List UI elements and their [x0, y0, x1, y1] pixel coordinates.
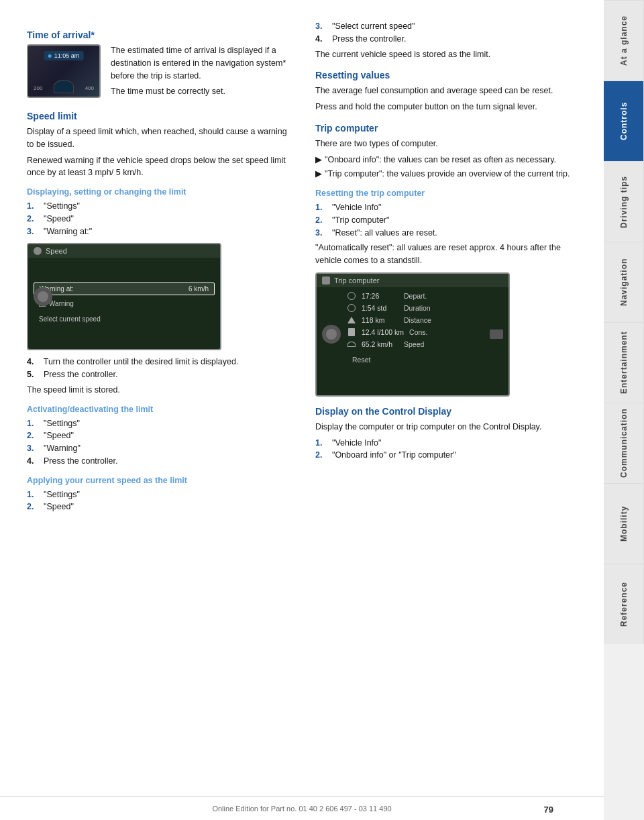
- stored-text: The speed limit is stored.: [27, 384, 295, 397]
- step-item: 2. "Onboard info" or "Trip computer": [315, 449, 584, 462]
- step-item: 1. "Settings": [27, 417, 295, 430]
- bullet-item: ▶ "Trip computer": the values provide an…: [315, 168, 584, 181]
- right-sidebar: At a glance Controls Driving tips Naviga…: [604, 0, 644, 820]
- screen-title: Speed: [46, 247, 67, 255]
- trip-computer-bullets: ▶ "Onboard info": the values can be rese…: [315, 154, 584, 181]
- tab-at-a-glance[interactable]: At a glance: [604, 0, 644, 81]
- bullet-item: ▶ "Onboard info": the values can be rese…: [315, 154, 584, 166]
- step-item: 1. "Vehicle Info": [315, 437, 584, 450]
- select-speed: Select current speed: [34, 312, 215, 325]
- step-item: 3. "Warning at:": [27, 225, 295, 238]
- resetting-trip-steps: 1. "Vehicle Info" 2. "Trip computer" 3. …: [315, 201, 584, 239]
- tab-reference[interactable]: Reference: [604, 564, 644, 644]
- trip-screen: Trip computer 17:26 Depart. 1:54 std Dur…: [315, 272, 510, 397]
- applying-title: Applying your current speed as the limit: [27, 476, 295, 485]
- resetting-trip-title: Resetting the trip computer: [315, 189, 584, 198]
- warning-sub: Warning: [34, 299, 215, 309]
- speed-limit-title: Speed limit: [27, 111, 295, 121]
- footer-text: Online Edition for Part no. 01 40 2 606 …: [212, 805, 391, 813]
- display-steps: 1. "Vehicle Info" 2. "Onboard info" or "…: [315, 437, 584, 462]
- after-screen-steps: 4. Turn the controller until the desired…: [27, 356, 295, 381]
- displaying-title: Displaying, setting or changing the limi…: [27, 187, 295, 197]
- page-number: 79: [544, 805, 553, 815]
- step-item: 2. "Speed": [27, 213, 295, 225]
- cons-icon: [348, 328, 355, 336]
- resetting-body1: The average fuel consumption and average…: [315, 85, 584, 97]
- step-item: 1. "Vehicle Info": [315, 201, 584, 214]
- tab-driving-tips[interactable]: Driving tips: [604, 161, 644, 242]
- activating-steps: 1. "Settings" 2. "Speed" 3. "Warning" 4.…: [27, 417, 295, 468]
- right-column: 3. "Select current speed" 4. Press the c…: [315, 20, 584, 516]
- arrival-title: Time of arrival*: [27, 30, 295, 40]
- trip-computer-body1: There are two types of computer.: [315, 138, 584, 150]
- resetting-body2: Press and hold the computer button on th…: [315, 101, 584, 113]
- controller-icon: [34, 287, 52, 306]
- step-item: 1. "Settings": [27, 200, 295, 213]
- clock-display: 11:05 am: [54, 52, 80, 59]
- step-item: 3. "Select current speed": [315, 20, 584, 33]
- trip-computer-title: Trip computer: [315, 123, 584, 134]
- arrival-body2: The time must be correctly set.: [111, 85, 295, 98]
- step-item: 4. Press the controller.: [315, 33, 584, 46]
- speed-limit-body2: Renewed warning if the vehicle speed dro…: [27, 154, 295, 180]
- step-item: 5. Press the controller.: [27, 368, 295, 381]
- tab-navigation[interactable]: Navigation: [604, 242, 644, 322]
- step-item: 3. "Reset": all values are reset.: [315, 227, 584, 240]
- activating-title: Activating/deactivating the limit: [27, 405, 295, 414]
- trip-screen-title: Trip computer: [334, 276, 379, 285]
- current-speed-text: The current vehicle speed is stored as t…: [315, 48, 584, 61]
- duration-icon: [347, 304, 356, 312]
- resetting-title: Resetting values: [315, 70, 584, 81]
- trip-row-speed: 65.2 km/h Speed: [347, 340, 482, 349]
- auto-reset-text: "Automatically reset": all values are re…: [315, 242, 584, 267]
- gear-icon: [34, 247, 42, 255]
- speed-limit-body1: Display of a speed limit which, when rea…: [27, 125, 295, 151]
- step-item: 2. "Speed": [27, 501, 295, 513]
- distance-icon: [347, 317, 356, 323]
- speed-screen: Speed Warning at: 6 km/h Warning Select …: [27, 243, 221, 350]
- trip-rows: 17:26 Depart. 1:54 std Duration 118 km D…: [317, 287, 508, 353]
- trip-row-distance: 118 km Distance: [347, 315, 482, 325]
- trip-row-depart: 17:26 Depart.: [347, 291, 482, 301]
- depart-icon: [347, 292, 356, 300]
- trip-icon: [322, 276, 330, 285]
- tab-entertainment[interactable]: Entertainment: [604, 322, 644, 403]
- applying-steps: 1. "Settings" 2. "Speed": [27, 489, 295, 514]
- arrival-body1: The estimated time of arrival is display…: [111, 44, 295, 82]
- step-item: 1. "Settings": [27, 489, 295, 501]
- trip-row-cons: 12.4 l/100 km Cons.: [347, 327, 482, 337]
- trip-row-duration: 1:54 std Duration: [347, 303, 482, 313]
- reset-label: Reset: [352, 356, 370, 364]
- tab-controls[interactable]: Controls: [604, 81, 644, 161]
- speed-icon: [347, 342, 356, 347]
- step-item: 3. "Warning": [27, 442, 295, 455]
- applying-continued-steps: 3. "Select current speed" 4. Press the c…: [315, 20, 584, 46]
- trip-reset-row: Reset: [347, 353, 508, 366]
- left-column: Time of arrival* 11:05 am 200 400 The es…: [27, 20, 295, 516]
- display-body: Display the computer or trip computer on…: [315, 421, 584, 433]
- step-item: 4. Press the controller.: [27, 455, 295, 468]
- trip-controller-icon: [322, 325, 341, 344]
- display-title: Display on the Control Display: [315, 406, 584, 417]
- step-item: 2. "Speed": [27, 429, 295, 442]
- page-footer: Online Edition for Part no. 01 40 2 606 …: [0, 797, 604, 820]
- warning-row: Warning at: 6 km/h: [34, 283, 215, 295]
- tab-communication[interactable]: Communication: [604, 403, 644, 483]
- arrival-image: 11:05 am 200 400: [27, 44, 101, 98]
- trip-right-button: [490, 329, 503, 339]
- displaying-steps: 1. "Settings" 2. "Speed" 3. "Warning at:…: [27, 200, 295, 238]
- tab-mobility[interactable]: Mobility: [604, 483, 644, 564]
- step-item: 2. "Trip computer": [315, 214, 584, 227]
- step-item: 4. Turn the controller until the desired…: [27, 356, 295, 368]
